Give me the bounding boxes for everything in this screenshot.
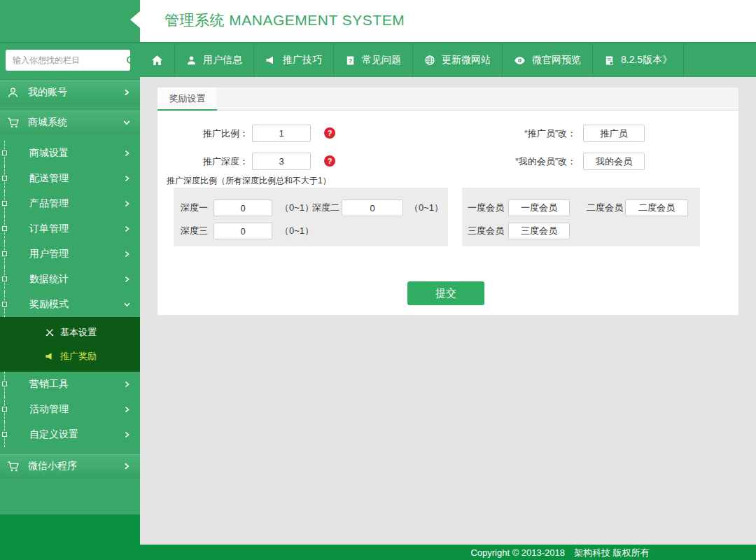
sidebar-item-label: 订单管理	[29, 223, 69, 235]
tree-node-icon	[2, 251, 7, 256]
sidebar-item-delivery-mgmt[interactable]: 配送管理	[0, 166, 140, 191]
globe-icon	[424, 55, 435, 66]
tree-node-icon	[2, 176, 7, 181]
sidebar-submenu-reward-mode: 基本设置 推广奖励	[0, 317, 140, 372]
tree-node-icon	[2, 382, 7, 386]
depth2-input[interactable]	[342, 200, 403, 216]
chevron-right-icon	[123, 150, 131, 158]
sidebar-menu: 我的账号 商城系统 商城设置	[0, 77, 140, 484]
level2-label: 二度会员	[587, 200, 623, 216]
person-outline-icon	[7, 87, 24, 99]
search-input[interactable]	[6, 55, 125, 65]
sidebar-item-label: 活动管理	[29, 403, 69, 416]
promo-ratio-input[interactable]	[252, 125, 311, 142]
sidebar-item-label: 商城设置	[29, 147, 69, 160]
nav-home[interactable]	[140, 43, 175, 77]
chevron-right-icon	[123, 175, 131, 183]
sidebar-item-product-mgmt[interactable]: 产品管理	[0, 191, 140, 216]
svg-text:?: ?	[349, 57, 352, 64]
member-level-box: 一度会员 二度会员 三度会员	[462, 188, 700, 246]
header: 管理系统 MANAGEMENT SYSTEM	[140, 0, 756, 42]
reward-form: 推广比例： ? 推广深度： ? 推广深度比例（所有深度比例总和不大于1） 深度一…	[158, 111, 738, 314]
chevron-right-icon	[123, 381, 131, 388]
sidebar-item-marketing-tools[interactable]: 营销工具	[0, 372, 140, 397]
sidebar-item-promo-reward[interactable]: 推广奖励	[0, 344, 140, 368]
sidebar-item-label: 基本设置	[60, 326, 97, 339]
nav-item-label: 8.2.5版本》	[621, 54, 672, 66]
cart-icon	[7, 461, 24, 472]
sidebar-item-reward-mode[interactable]: 奖励模式	[0, 292, 140, 317]
sidebar-item-label: 我的账号	[28, 86, 67, 99]
tree-node-icon	[2, 201, 7, 206]
chevron-right-icon	[123, 406, 131, 414]
version-doc-icon	[604, 55, 615, 66]
promoter-rename-label: “推广员”改：	[458, 125, 576, 142]
sidebar-item-wechat-miniprogram[interactable]: 微信小程序	[0, 454, 140, 478]
nav-item-label: 常见问题	[362, 54, 401, 66]
chevron-right-icon	[123, 276, 131, 284]
sidebar-item-my-account[interactable]: 我的账号	[0, 80, 140, 104]
mini-megaphone-icon	[45, 351, 55, 361]
submit-button[interactable]: 提交	[407, 281, 484, 305]
nav-item-label: 推广技巧	[283, 54, 322, 66]
depth1-input[interactable]	[214, 200, 272, 216]
depth3-input[interactable]	[214, 223, 272, 239]
search-icon[interactable]	[125, 55, 137, 66]
sidebar-item-label: 自定义设置	[29, 428, 78, 441]
footer: Copyright © 2013-2018 架构科技 版权所有	[0, 545, 756, 560]
megaphone-icon	[265, 55, 276, 66]
sidebar-item-custom-settings[interactable]: 自定义设置	[0, 422, 140, 447]
nav-item-label: 微官网预览	[532, 54, 581, 66]
settings-panel: 奖励设置 推广比例： ? 推广深度： ? 推广深度比例（所有深度比例总和不大于1…	[158, 88, 738, 315]
level2-input[interactable]	[625, 200, 688, 216]
chevron-right-icon	[122, 462, 131, 470]
help-icon[interactable]: ?	[324, 155, 335, 167]
copyright-text: Copyright © 2013-2018 架构科技 版权所有	[470, 547, 649, 559]
tab-reward-settings[interactable]: 奖励设置	[158, 88, 217, 111]
chevron-right-icon	[123, 431, 131, 439]
member-rename-label: “我的会员”改：	[458, 153, 576, 170]
tools-icon	[45, 328, 55, 337]
sidebar-item-mall-settings[interactable]: 商城设置	[0, 141, 140, 166]
tree-node-icon	[2, 432, 7, 437]
depth3-label: 深度三	[181, 223, 208, 239]
chevron-right-icon	[123, 251, 131, 258]
promo-depth-label: 推广深度：	[158, 153, 248, 170]
sidebar-item-activity-mgmt[interactable]: 活动管理	[0, 397, 140, 422]
tree-node-icon	[2, 302, 7, 307]
sidebar-item-user-mgmt[interactable]: 用户管理	[0, 241, 140, 267]
sidebar-item-order-mgmt[interactable]: 订单管理	[0, 216, 140, 241]
nav-item-faq[interactable]: ? 常见问题	[334, 43, 413, 77]
promoter-rename-input[interactable]	[583, 125, 645, 142]
sidebar-item-label: 营销工具	[29, 378, 69, 391]
eye-icon	[514, 55, 526, 66]
depth-ratio-note: 推广深度比例（所有深度比例总和不大于1）	[167, 175, 331, 187]
nav-items: 用户信息 推广技巧 ? 常见问题 更新微网站	[140, 43, 684, 77]
help-icon[interactable]: ?	[324, 127, 335, 139]
nav-item-site-preview[interactable]: 微官网预览	[503, 43, 593, 77]
nav-item-label: 用户信息	[203, 54, 242, 66]
member-rename-input[interactable]	[583, 153, 645, 170]
tree-node-icon	[2, 407, 7, 412]
page: 我的账号 商城系统 商城设置	[0, 0, 756, 560]
nav-item-update-microsite[interactable]: 更新微网站	[413, 43, 503, 77]
chevron-down-icon	[122, 118, 131, 127]
chevron-right-icon	[123, 200, 131, 208]
sidebar-item-basic-settings[interactable]: 基本设置	[0, 321, 140, 344]
sidebar-item-label: 商城系统	[28, 116, 67, 129]
chevron-right-icon	[122, 88, 131, 97]
question-book-icon: ?	[345, 55, 356, 66]
user-icon	[186, 55, 197, 66]
promo-ratio-label: 推广比例：	[158, 125, 248, 142]
nav-item-version[interactable]: 8.2.5版本》	[593, 43, 684, 77]
level1-input[interactable]	[508, 200, 570, 216]
sidebar-item-data-stats[interactable]: 数据统计	[0, 267, 140, 292]
level3-input[interactable]	[508, 223, 570, 239]
nav-item-user-info[interactable]: 用户信息	[175, 43, 254, 77]
sidebar-item-mall-system[interactable]: 商城系统	[0, 111, 140, 134]
nav-item-promo-tips[interactable]: 推广技巧	[254, 43, 334, 77]
sidebar-search	[6, 50, 130, 71]
tree-node-icon	[2, 226, 7, 231]
tab-bar: 奖励设置	[158, 88, 738, 111]
promo-depth-input[interactable]	[252, 153, 311, 170]
